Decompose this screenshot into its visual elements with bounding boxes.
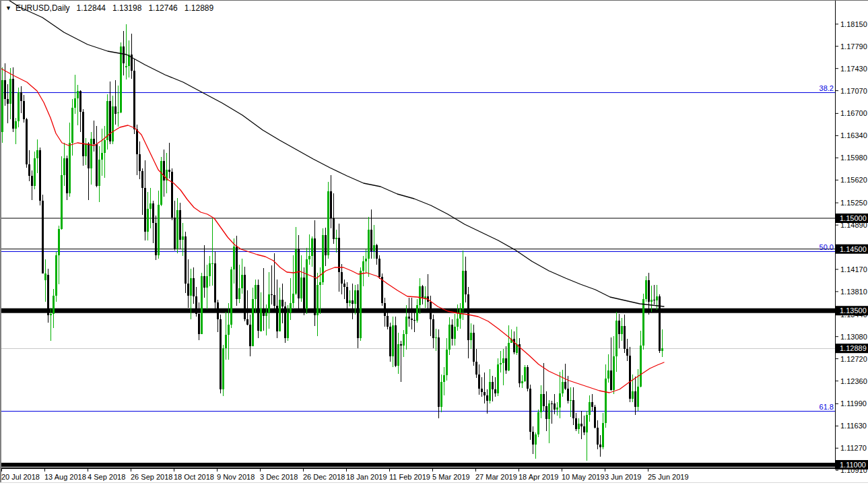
bear-candle-body [395,325,397,366]
bull-candle-body [403,334,405,346]
x-axis-date-label[interactable]: 20 Jul 2018 [1,473,40,481]
bull-candle-body [233,247,235,269]
bull-candle-body [540,394,542,412]
bear-candle-body [519,344,521,384]
bear-candle-body [284,306,286,339]
bear-candle-body [31,176,33,186]
bear-candle-body [486,395,488,401]
bear-candle-body [263,309,265,316]
bear-candle-body [591,402,593,407]
bear-candle-body [168,170,170,172]
bear-candle-body [271,294,273,295]
bear-candle-body [580,424,582,427]
bear-candle-body [82,112,84,156]
x-axis-date-label[interactable]: 11 Feb 2019 [389,473,430,481]
horizontal-level-line[interactable] [0,463,835,467]
bear-candle-body [346,287,348,304]
bull-candle-body [190,278,192,296]
bear-candle-body [618,321,620,334]
bull-candle-body [36,150,38,158]
x-axis-separator[interactable] [0,467,835,469]
bull-candle-body [255,285,257,299]
x-axis-date-label[interactable]: 25 Jun 2019 [648,473,689,481]
bear-candle-body [554,403,556,409]
x-axis-date-label[interactable]: 18 Apr 2019 [519,473,558,481]
bear-candle-body [109,101,111,141]
y-axis-label: 1.11270 [840,444,867,452]
x-axis-date-label[interactable]: 26 Sep 2018 [131,473,172,481]
bull-candle-body [58,229,60,255]
symbol-period-label[interactable]: EURUSD,Daily [15,3,70,13]
bear-candle-body [214,263,216,303]
ohlc-open: 1.12844 [77,3,106,13]
x-axis-date-label[interactable]: 3 Dec 2018 [260,473,298,481]
window-top-border [0,0,868,1]
y-axis-label: 1.15620 [840,176,867,184]
bear-candle-body [465,271,467,294]
y-axis-label: 1.13080 [840,333,867,341]
bear-candle-body [653,300,655,300]
bear-candle-body [467,294,469,341]
bull-candle-body [61,175,63,229]
bull-candle-body [656,296,658,300]
bull-candle-body [18,92,20,121]
bear-candle-body [47,275,49,315]
x-axis-date-label[interactable]: 4 Sep 2018 [88,473,125,481]
bull-candle-body [650,300,653,302]
bull-candle-body [316,285,319,315]
bull-candle-body [147,209,149,232]
bull-candle-body [435,337,437,338]
bull-candle-body [34,158,36,185]
bear-candle-body [430,302,432,320]
x-axis-date-label[interactable]: 3 Jun 2019 [605,473,641,481]
x-axis-date-label[interactable]: 5 Mar 2019 [432,473,470,481]
bear-candle-body [257,285,259,331]
y-axis-label: 1.11630 [840,422,867,430]
bull-candle-body [300,278,302,298]
bear-candle-body [42,201,44,273]
bull-candle-body [252,299,254,347]
bull-candle-body [640,346,642,387]
x-axis-date-label[interactable]: 26 Dec 2018 [303,473,345,481]
price-badge-label: 1.12889 [840,344,867,352]
bear-candle-body [343,284,345,287]
bear-candle-body [376,245,378,259]
horizontal-level-line[interactable] [0,249,835,249]
x-axis-date-label[interactable]: 13 Aug 2018 [44,473,86,481]
symbol-dropdown-icon[interactable]: ▼ [5,5,11,11]
bull-candle-body [537,412,539,434]
bull-candle-body [535,434,537,445]
bull-candle-body [260,309,262,331]
price-badge-label: 1.11000 [840,461,866,469]
bear-candle-body [203,276,205,288]
bull-candle-body [335,238,337,239]
bear-candle-body [88,143,90,168]
bull-candle-body [176,210,178,249]
bear-candle-body [249,325,251,346]
bear-candle-body [136,129,138,154]
x-axis-date-label[interactable]: 27 Mar 2019 [475,473,517,481]
bull-candle-body [290,303,292,313]
bull-candle-body [85,143,87,156]
x-axis-date-label[interactable]: 10 May 2019 [562,473,605,481]
bull-candle-body [454,327,456,339]
bull-candle-body [201,276,203,334]
bear-candle-body [7,99,9,104]
price-chart-canvas[interactable]: 38.250.061.81.181501.177901.174301.17070… [0,0,868,487]
x-axis-date-label[interactable]: 18 Jan 2019 [346,473,387,481]
ohlc-close: 1.12889 [185,3,213,13]
horizontal-level-line[interactable] [0,218,835,219]
bull-candle-body [632,391,634,399]
bear-candle-body [408,317,410,319]
bull-candle-body [605,379,607,423]
bear-candle-body [330,191,332,218]
fib-label: 50.0 [820,243,834,251]
bear-candle-body [543,394,545,406]
x-axis-date-label[interactable]: 9 Nov 2018 [217,473,255,481]
bear-candle-body [626,349,628,356]
bull-candle-body [106,101,108,140]
bull-candle-body [295,249,297,294]
bear-candle-body [66,158,68,193]
x-axis-date-label[interactable]: 18 Oct 2018 [174,473,214,481]
bull-candle-body [265,313,267,316]
